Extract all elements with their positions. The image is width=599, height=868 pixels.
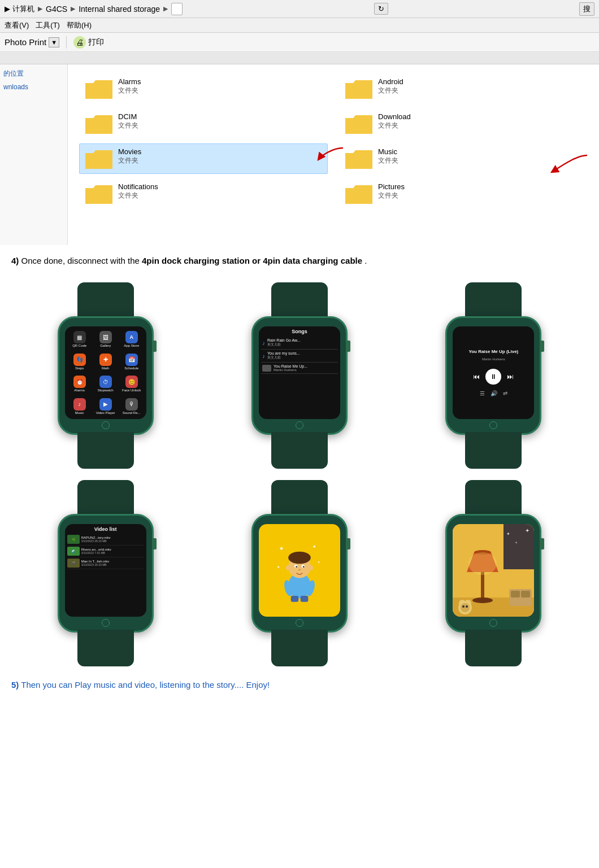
folder-android-icon [345,77,372,100]
svg-rect-37 [481,572,484,600]
svg-text:✦: ✦ [525,527,529,534]
side-button-4 [152,538,157,549]
svg-point-26 [303,566,305,568]
svg-point-29 [308,565,313,570]
song-note-2: ♪ [262,353,265,359]
path-separator-2: ▶ [71,5,75,12]
app-stopwatch: ⏱ Stopwatch [93,373,118,395]
videolist-title: Video list [67,526,144,532]
refresh-button[interactable]: ↻ [374,3,388,15]
svg-point-49 [462,605,465,608]
folder-download[interactable]: Download 文件夹 [339,108,588,139]
up-button[interactable]: 搜 [579,2,594,16]
path-g4cs-label[interactable]: G4CS [46,5,67,14]
svg-text:★: ★ [279,546,284,551]
player-title: You Raise Me Up (Live) [468,349,518,354]
watch-home-outer: ▦ QR Code 🖼 Gallery A App Store 👣 [29,282,182,469]
folder-music[interactable]: Music 文件夹 [339,143,588,174]
svg-point-27 [298,569,301,571]
watch-songs: Songs ♪ Rain Rain Go Aw... 英文儿歌 ♪ You ar [205,282,393,469]
song-item-1: ♪ Rain Rain Go Aw... 英文儿歌 [261,337,338,350]
menu-view[interactable]: 查看(V) [5,20,29,30]
toolbar: Photo Print ▼ 🖨 打印 [0,33,599,52]
print-icon: 🖨 [73,36,86,49]
song-name-2: You are my suns... [267,351,337,355]
cartoon2-screen: ✦ ✦ ✦ [453,524,534,617]
step5-section: 5) Then you can Play music and video, li… [0,672,599,697]
file-grid: Alarms 文件夹 Android 文件夹 DCIM 文件夹 [68,64,599,245]
step5-number: 5) [11,680,19,690]
svg-point-38 [472,597,493,603]
svg-point-48 [461,603,470,612]
side-button-3 [540,341,544,352]
video-item-1: 🌿 RAPUNZ...tory.mkv 3/13/2023 28.16 MB [67,534,144,546]
home-button-4 [102,619,110,627]
video-thumb-2: 🌊 [67,547,80,556]
song-sub-1: 英文儿歌 [267,342,337,347]
photo-print-button[interactable]: Photo Print ▼ [5,37,59,47]
player-controls: ⏮ ⏸ ⏭ [473,369,514,385]
print-button[interactable]: 🖨 打印 [73,36,104,49]
folder-movies-label: Movies 文件夹 [118,147,141,165]
path-separator-1: ▶ [38,5,42,12]
file-explorer: 的位置 wnloads Alarms 文件夹 Android 文件夹 [0,64,599,245]
app-faceunlock: 😊 Face Unlock [119,373,144,395]
path-computer-label[interactable]: 计算机 [12,4,34,14]
photo-print-dropdown[interactable]: ▼ [49,37,59,47]
svg-rect-9 [85,153,112,169]
home-screen-grid: ▦ QR Code 🖼 Gallery A App Store 👣 [65,326,146,419]
song-info-3: You Raise Me Up... Martin Hurkens [274,364,337,372]
path-storage-label[interactable]: Internal shared storage [79,5,160,14]
folder-notifications[interactable]: Notifications 文件夹 [79,178,328,209]
menu-tools[interactable]: 工具(T) [36,20,60,30]
watch-home: ▦ QR Code 🖼 Gallery A App Store 👣 [11,282,199,469]
step4-text-before: Once done, disconnect with the [21,256,142,265]
svg-rect-33 [301,596,309,602]
folder-pictures-icon [345,182,372,205]
svg-rect-32 [291,596,299,602]
video-item-2: 🌊 Rivers an...orld.mkv 3/13/2023 7.52 MB [67,546,144,557]
song-note-1: ♪ [262,340,265,346]
watch-cartoon2-body: ✦ ✦ ✦ [445,514,541,633]
menu-bar: 查看(V) 工具(T) 帮助(H) [0,18,599,33]
home-button-2 [296,421,303,429]
watch-cartoon2: ✦ ✦ ✦ [400,480,588,666]
folder-pictures[interactable]: Pictures 文件夹 [339,178,588,209]
song-thumb-3 [262,365,271,372]
song-info-2: You are my suns... 英文儿歌 [267,351,337,360]
watch-cartoon1-screen: ★ ★ ★ ★ [259,524,340,617]
app-soundre: 🎙 Sound Re... [119,396,144,417]
app-appstore: A App Store [119,329,144,350]
svg-text:★: ★ [276,565,279,569]
svg-point-28 [286,565,291,570]
folder-music-icon [345,147,372,170]
svg-text:✦: ✦ [506,531,510,536]
path-dropdown[interactable] [171,3,183,15]
song-info-1: Rain Rain Go Aw... 英文儿歌 [267,338,337,347]
prev-button: ⏮ [473,373,480,381]
app-videoplayer: ▶ Video Player [93,396,118,417]
sidebar-item-location[interactable]: 的位置 [3,69,64,78]
folder-alarms[interactable]: Alarms 文件夹 [79,73,328,104]
menu-help[interactable]: 帮助(H) [67,20,92,30]
side-button-5 [346,538,350,549]
video-meta-1: 3/13/2023 28.16 MB [81,539,144,543]
folder-android[interactable]: Android 文件夹 [339,73,588,104]
svg-point-41 [468,552,497,575]
video-meta-3: 3/13/2023 29.33 MB [81,563,144,566]
watch-home-body: ▦ QR Code 🖼 Gallery A App Store 👣 [58,316,154,435]
watch-cartoon2-outer: ✦ ✦ ✦ [417,480,570,666]
video-thumb-3: 🎬 [67,559,80,568]
folder-movies[interactable]: Movies 文件夹 [79,143,328,174]
song-item-2: ♪ You are my suns... 英文儿歌 [261,350,338,363]
watch-player-body: You Raise Me Up (Live) Martin Hurkens ⏮ … [445,316,541,435]
watch-videolist: Video list 🌿 RAPUNZ...tory.mkv 3/13/2023… [11,480,199,666]
video-item-3: 🎬 Man In T...lish.mkv 3/13/2023 29.33 MB [67,557,144,569]
song-name-1: Rain Rain Go Aw... [267,338,337,342]
sidebar-item-downloads[interactable]: wnloads [3,83,64,91]
svg-rect-11 [345,153,372,169]
watches-top-row: ▦ QR Code 🖼 Gallery A App Store 👣 [0,277,599,474]
play-pause-button: ⏸ [485,369,501,385]
folder-dcim[interactable]: DCIM 文件夹 [79,108,328,139]
folder-music-label: Music 文件夹 [378,147,398,165]
